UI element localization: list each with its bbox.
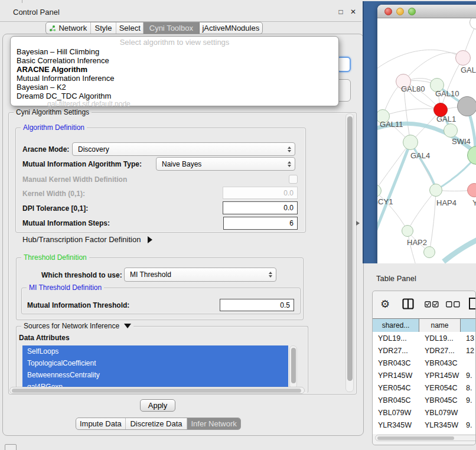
select-all-checks-icon[interactable]	[425, 301, 439, 308]
control-panel-title: Control Panel	[13, 8, 60, 17]
table-cell: YPR145W	[373, 371, 419, 380]
table-body: YDL19...YDL19...13YDR27...YDR27...12YBR0…	[373, 332, 476, 434]
algorithm-option[interactable]: Basic Correlation Inference	[11, 56, 338, 65]
cyni-bottom-tabs: Impute Data Discretize Data Infer Networ…	[76, 418, 241, 430]
splitter-arrow-icon[interactable]	[356, 221, 360, 226]
network-canvas[interactable]: GALGAL80GAL10GAL1GAL11SWI4GAL4GCY1HAP4YH…	[377, 18, 476, 263]
expand-right-icon[interactable]	[148, 236, 152, 243]
data-attribute-item[interactable]: TopologicalCoefficient	[22, 357, 288, 369]
algorithm-option[interactable]: Mutual Information Inference	[11, 74, 338, 83]
zoom-window-icon[interactable]	[408, 8, 416, 15]
columns-icon[interactable]	[402, 298, 414, 309]
attributes-list-scrollbar[interactable]	[289, 345, 297, 389]
table-cell: 9.	[461, 371, 476, 380]
table-cell: YDL19...	[419, 334, 461, 343]
table-cell: YLR345W	[373, 421, 419, 429]
deselect-all-checks-icon[interactable]	[446, 301, 460, 308]
dpi-tolerance-field[interactable]: 0.0	[223, 201, 298, 214]
tab-select[interactable]: Select	[116, 22, 144, 34]
table-row[interactable]: YBR045CYBR045C9.	[373, 394, 476, 406]
settings-hscrollbar-thumb[interactable]	[12, 389, 301, 393]
mi-threshold-field[interactable]: 0.5	[220, 299, 294, 311]
table-cell: YPR145W	[419, 371, 461, 380]
settings-scrollbar-thumb[interactable]	[347, 116, 353, 381]
mi-steps-label: Mutual Information Steps:	[22, 219, 110, 227]
mi-steps-value: 6	[289, 219, 294, 227]
sources-group-title[interactable]: Sources for Network Inference	[21, 322, 133, 330]
table-horizontal-scrollbar[interactable]	[375, 435, 476, 441]
network-icon	[49, 25, 56, 32]
which-threshold-combo[interactable]: MI Threshold	[124, 268, 276, 282]
table-cell: YDL19...	[373, 334, 419, 343]
tab-jactivemnodules[interactable]: jActiveMNodules	[200, 22, 262, 34]
settings-vertical-scrollbar[interactable]	[345, 113, 354, 392]
algorithm-option[interactable]: ARACNE Algorithm	[11, 65, 338, 74]
column-header-extra[interactable]	[461, 319, 476, 332]
tab-discretize-data[interactable]: Discretize Data	[126, 418, 188, 429]
screen: { "control_panel": { "title": "Control P…	[0, 0, 476, 450]
close-window-icon[interactable]	[384, 8, 392, 15]
network-node-gal4[interactable]	[403, 135, 418, 150]
settings-horizontal-scrollbar[interactable]	[9, 387, 305, 394]
table-row[interactable]: YIL052CYIL052C9	[373, 431, 476, 434]
algorithm-option[interactable]: Dream8 DC_TDC Algorithm	[11, 92, 338, 100]
manual-kernel-checkbox[interactable]	[289, 175, 298, 184]
data-attribute-item[interactable]: SelfLoops	[22, 345, 288, 357]
data-attribute-item[interactable]: BetweennessCentrality	[22, 369, 288, 381]
algorithm-option[interactable]: Bayesian – K2	[11, 83, 338, 92]
table-row[interactable]: YBL079WYBL079W	[373, 406, 476, 419]
table-cell: 9	[461, 433, 476, 435]
mi-steps-field[interactable]: 6	[223, 217, 298, 230]
column-header-name[interactable]: name	[419, 319, 461, 332]
network-window-titlebar[interactable]	[377, 5, 476, 18]
network-node[interactable]	[423, 246, 435, 258]
table-cell: YLR345W	[419, 421, 461, 429]
algorithm-option[interactable]: Bayesian – Hill Climbing	[11, 47, 338, 56]
tab-network[interactable]: Network	[46, 22, 91, 34]
network-node-swi4[interactable]	[444, 123, 458, 138]
algorithm-dropdown-placeholder: Select algorithm to view settings	[11, 38, 338, 47]
aracne-mode-combo[interactable]: Discovery	[72, 142, 295, 156]
data-attributes-list[interactable]: SelfLoopsTopologicalCoefficientBetweenne…	[22, 345, 288, 389]
apply-button[interactable]: Apply	[140, 399, 175, 412]
table-row[interactable]: YBR043CYBR043C	[373, 357, 476, 369]
table-row[interactable]: YLR345WYLR345W9.	[373, 419, 476, 431]
algorithm-definition-title: Algorithm Definition	[21, 123, 87, 132]
collapse-down-icon[interactable]	[124, 324, 131, 328]
tab-network-label: Network	[58, 24, 87, 32]
tab-impute-data-label: Impute Data	[80, 419, 122, 428]
network-node-hap4[interactable]	[429, 184, 442, 197]
minimize-window-icon[interactable]	[396, 8, 404, 15]
table-cell: YBR043C	[373, 359, 419, 367]
kernel-width-field[interactable]: 0.0	[223, 187, 298, 199]
column-header-shared[interactable]: shared...	[373, 319, 419, 332]
tab-impute-data[interactable]: Impute Data	[76, 418, 126, 429]
gear-icon[interactable]: ⚙	[380, 298, 390, 311]
table-hscrollbar-thumb[interactable]	[377, 436, 454, 440]
corner-mini-button[interactable]	[5, 444, 17, 450]
table-row[interactable]: YPR145WYPR145W9.	[373, 369, 476, 381]
float-panel-icon[interactable]: □	[337, 8, 345, 16]
mi-type-combo[interactable]: Naive Bayes	[156, 157, 295, 171]
tab-cyni-toolbox-label: Cyni Toolbox	[149, 24, 193, 32]
tab-infer-network-label: Infer Network	[191, 419, 237, 428]
network-node-hap2[interactable]	[402, 225, 413, 237]
table-row[interactable]: YDR27...YDR27...12	[373, 344, 476, 357]
attributes-scrollbar-thumb[interactable]	[291, 348, 296, 383]
dpi-tolerance-label: DPI Tolerance [0,1]:	[22, 204, 88, 213]
table-row[interactable]: YER054CYER054C8.	[373, 381, 476, 394]
node-label: GAL80	[401, 84, 425, 93]
network-node[interactable]	[457, 96, 476, 116]
network-node-gal[interactable]	[455, 50, 471, 66]
dpi-tolerance-value: 0.0	[283, 204, 294, 212]
mi-threshold-group-title: MI Threshold Definition	[27, 283, 104, 292]
table-cell: 13	[461, 334, 476, 343]
close-panel-icon[interactable]: ✕	[349, 8, 357, 16]
tab-style[interactable]: Style	[91, 22, 117, 34]
table-toolbar: ⚙	[373, 291, 476, 318]
tab-cyni-toolbox[interactable]: Cyni Toolbox	[144, 22, 199, 34]
table-row[interactable]: YDL19...YDL19...13	[373, 332, 476, 344]
new-table-icon[interactable]	[468, 297, 476, 310]
tab-infer-network[interactable]: Infer Network	[187, 418, 240, 429]
hub-definition-label[interactable]: Hub/Transcription Factor Definition	[22, 235, 152, 244]
